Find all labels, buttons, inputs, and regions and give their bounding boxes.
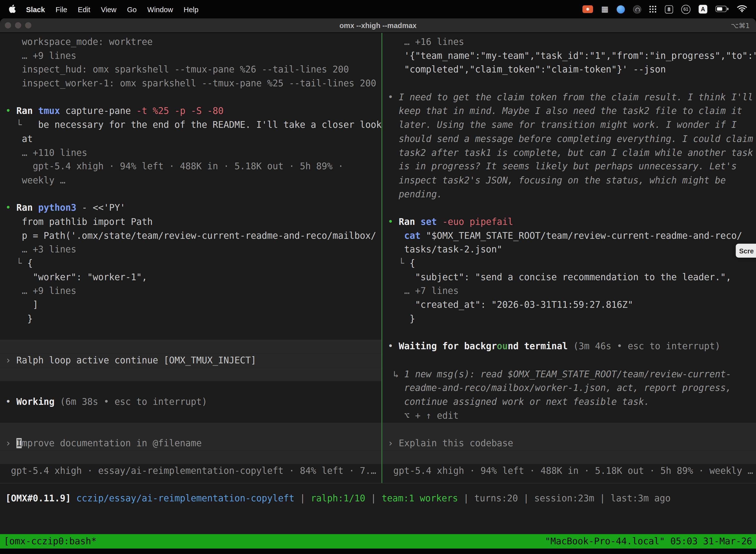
menu-go[interactable]: Go xyxy=(122,5,142,13)
terminal-line xyxy=(382,77,756,91)
menu-items: FileEditViewGoWindowHelp xyxy=(50,5,204,13)
battery-icon[interactable] xyxy=(715,6,729,12)
app-menu-slack[interactable]: Slack xyxy=(21,5,50,13)
minimize-button[interactable] xyxy=(15,22,21,28)
omx-status-bar: [OMX#0.11.9] cczip/essay/ai-reimplementa… xyxy=(0,484,756,534)
terminal-line: … +7 lines xyxy=(382,284,756,298)
traffic-lights xyxy=(0,22,31,28)
terminal-line: workspace_mode: worktree xyxy=(0,35,381,49)
zoom-button[interactable] xyxy=(25,22,31,28)
terminal-line: continue assigned work or next feasible … xyxy=(382,395,756,409)
apple-icon xyxy=(9,4,16,14)
terminal-line: "completed","claim_token":"claim-token"}… xyxy=(382,63,756,77)
apple-menu[interactable] xyxy=(7,4,20,14)
terminal-line: … +9 lines xyxy=(0,49,381,63)
blue-app-icon[interactable] xyxy=(617,5,625,13)
desktop: Slack FileEditViewGoWindowHelp ▦ 8 61 A … xyxy=(0,0,756,554)
window-title: omx --xhigh --madmax xyxy=(0,21,756,30)
terminal-line: is in progress? It seems likely but perh… xyxy=(382,160,756,174)
terminal-line xyxy=(0,326,381,340)
terminal-line: └ { xyxy=(382,257,756,271)
terminal-line: ⌥ + ↑ edit xyxy=(382,409,756,423)
window-bottom-strip xyxy=(0,549,756,554)
terminal-line: inspect_worker-1: omx sparkshell --tmux-… xyxy=(0,77,381,91)
window-titlebar[interactable]: omx --xhigh --madmax ⌥⌘1 xyxy=(0,18,756,33)
terminal-line xyxy=(0,423,381,437)
tmux-session-label: [omx-cczip0:bash* xyxy=(4,534,97,549)
terminal-line xyxy=(382,326,756,340)
terminal-window: omx --xhigh --madmax ⌥⌘1 workspace_mode:… xyxy=(0,18,756,554)
pane-footer-stats: gpt-5.4 xhigh · 94% left · 488K in · 5.1… xyxy=(382,464,756,478)
menu-edit[interactable]: Edit xyxy=(72,5,96,13)
terminal-line: "worker": "worker-1", xyxy=(0,271,381,284)
terminal-content: workspace_mode: worktree … +9 lines insp… xyxy=(0,33,756,554)
input-source-icon[interactable]: A xyxy=(699,5,707,13)
terminal-line: tasks/task-2.json" xyxy=(382,243,756,257)
terminal-line: pending. xyxy=(382,187,756,201)
terminal-line: ] xyxy=(0,298,381,312)
terminal-line: at xyxy=(0,132,381,146)
prompt-suggestion[interactable]: › Improve documentation in @filename xyxy=(0,437,381,450)
terminal-line: … +3 lines xyxy=(0,243,381,257)
thinking-text: • I need to get the claim token from the… xyxy=(382,91,756,105)
terminal-line: … +9 lines xyxy=(0,284,381,298)
menu-help[interactable]: Help xyxy=(178,5,204,13)
terminal-line: └ be necessary for the end of the README… xyxy=(0,118,381,132)
terminal-line: └ { xyxy=(0,257,381,271)
terminal-line: p = Path('.omx/state/team/review-current… xyxy=(0,229,381,243)
terminal-line xyxy=(0,381,381,395)
terminal-line: task2 after task1 is complete, but can I… xyxy=(382,146,756,160)
screen-share-overlay: Scre xyxy=(736,244,756,258)
menu-window[interactable]: Window xyxy=(142,5,178,13)
omx-status-line: [OMX#0.11.9] cczip/essay/ai-reimplementa… xyxy=(0,492,756,506)
terminal-line xyxy=(382,353,756,367)
terminal-line: inspect task2's JSON, focusing on the st… xyxy=(382,174,756,188)
terminal-line xyxy=(382,450,756,464)
tmux-status-bar: [omx-cczip0:bash* "MacBook-Pro-44.local"… xyxy=(0,534,756,549)
screen-recording-icon[interactable] xyxy=(582,5,593,13)
wifi-icon[interactable] xyxy=(737,4,747,14)
screen-share-overlay-text: Scre xyxy=(739,247,754,255)
menu-view[interactable]: View xyxy=(96,5,122,13)
terminal-line: from pathlib import Path xyxy=(0,215,381,229)
waiting-status-line: • Waiting for background terminal (3m 46… xyxy=(382,340,756,354)
terminal-pane-right[interactable]: … +16 lines '{"team_name":"my-team","tas… xyxy=(382,33,756,483)
meter-61-icon[interactable]: 61 xyxy=(681,4,691,14)
terminal-line: '{"team_name":"my-team","task_id":"1","f… xyxy=(382,49,756,63)
badge-8-icon[interactable]: 8 xyxy=(665,5,673,13)
terminal-line: later. Using the same for transition mig… xyxy=(382,118,756,132)
terminal-line xyxy=(0,340,381,354)
grid-icon[interactable]: ▦ xyxy=(601,5,609,13)
terminal-line xyxy=(0,367,381,381)
terminal-line: "created_at": "2026-03-31T11:59:27.816Z" xyxy=(382,298,756,312)
terminal-line xyxy=(382,201,756,215)
terminal-line: … +16 lines xyxy=(382,35,756,49)
ran-set-command-line: • Ran set -euo pipefail xyxy=(382,215,756,229)
mailbox-notice: ↳ 1 new msg(s): read $OMX_TEAM_STATE_ROO… xyxy=(382,367,756,381)
close-button[interactable] xyxy=(5,22,11,28)
terminal-line: gpt-5.4 xhigh · 94% left · 488K in · 5.1… xyxy=(0,160,381,174)
pane-footer-stats: gpt-5.4 xhigh · essay/ai-reimplementatio… xyxy=(0,464,381,478)
dark-app-icon[interactable] xyxy=(633,5,641,13)
terminal-line: should send a message before completing … xyxy=(382,132,756,146)
working-status-line: • Working (6m 38s • esc to interrupt) xyxy=(0,395,381,409)
prompt-suggestion[interactable]: › Explain this codebase xyxy=(382,437,756,450)
terminal-line: cat "$OMX_TEAM_STATE_ROOT/team/review-cu… xyxy=(382,229,756,243)
terminal-line: } xyxy=(382,312,756,326)
terminal-line: readme-and-reco/mailbox/worker-1.json, a… xyxy=(382,381,756,395)
terminal-pane-left[interactable]: workspace_mode: worktree … +9 lines insp… xyxy=(0,33,381,483)
terminal-line xyxy=(0,91,381,105)
loop-status-line: › Ralph loop active continue [OMX_TMUX_I… xyxy=(0,353,381,367)
terminal-line xyxy=(0,409,381,423)
app-grid-icon[interactable] xyxy=(649,5,656,13)
ran-tmux-command-line: • Ran tmux capture-pane -t %25 -p -S -80 xyxy=(0,105,381,118)
terminal-line: … +110 lines xyxy=(0,146,381,160)
terminal-line: } xyxy=(0,312,381,326)
terminal-line: "subject": "send a concise recommendatio… xyxy=(382,271,756,284)
terminal-line: keep that in mind. Maybe I also need the… xyxy=(382,105,756,118)
tmux-panes: workspace_mode: worktree … +9 lines insp… xyxy=(0,33,756,484)
terminal-line: weekly … xyxy=(0,174,381,188)
terminal-line xyxy=(0,187,381,201)
terminal-line xyxy=(382,423,756,437)
menu-file[interactable]: File xyxy=(50,5,73,13)
